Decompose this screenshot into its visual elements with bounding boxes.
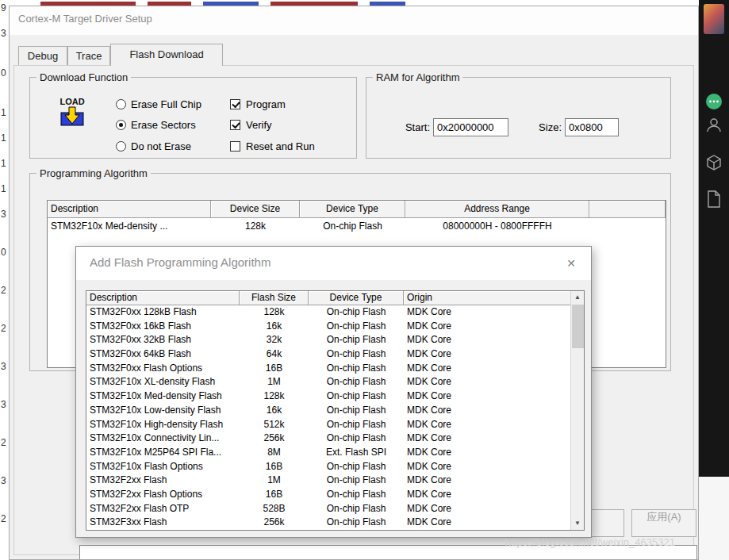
group-legend: Programming Algorithm (36, 167, 151, 179)
cell: On-chip Flash (309, 488, 404, 502)
column-header-device-type[interactable]: Device Type (309, 291, 404, 305)
cell: STM32F0xx 32kB Flash (86, 333, 240, 347)
cell: 16B (240, 460, 309, 474)
vertical-scrollbar[interactable]: ▲ ▼ (570, 291, 584, 530)
cell: On-chip Flash (309, 333, 404, 347)
radio-dot-icon (116, 120, 126, 130)
scrollbar-thumb[interactable] (572, 305, 584, 348)
csdn-side-toolbar (699, 0, 729, 477)
tab-debug[interactable]: Debug (18, 46, 67, 65)
column-header-description[interactable]: Description (48, 201, 211, 218)
cell: 128k (211, 218, 300, 234)
checkbox-icon (230, 99, 240, 109)
close-icon[interactable]: ✕ (562, 255, 580, 272)
tab-flash-download[interactable]: Flash Download (110, 44, 223, 66)
cell: MDK Core (404, 389, 571, 404)
cell: STM32F10x Med-density ... (48, 218, 211, 234)
modal-table-body: STM32F0xx 128kB Flash128kOn-chip FlashMD… (86, 305, 571, 530)
scroll-up-icon[interactable]: ▲ (571, 291, 584, 304)
table-row[interactable]: STM32F10x M25P64 SPI Fla...8MExt. Flash … (86, 446, 571, 460)
cell: STM32F3xx Flash (86, 516, 240, 530)
table-row[interactable]: STM32F10x Connectivity Lin...256kOn-chip… (86, 432, 571, 446)
cell: STM32F0xx Flash Options (86, 362, 240, 376)
modal-title: Add Flash Programming Algorithm (90, 255, 270, 269)
cell: STM32F2xx Flash Options (86, 488, 240, 502)
option-label: Do not Erase (131, 140, 191, 152)
tab-strip: DebugTraceFlash Download (10, 44, 698, 67)
column-header-blank[interactable] (589, 201, 666, 218)
cell: 16k (240, 404, 309, 418)
avatar[interactable] (704, 4, 724, 34)
scroll-down-icon[interactable]: ▼ (571, 517, 584, 530)
column-header-device-type[interactable]: Device Type (300, 201, 405, 218)
table-row[interactable]: STM32F10x Low-density Flash16kOn-chip Fl… (86, 404, 571, 418)
checkbox-reset-and-run[interactable]: Reset and Run (230, 139, 315, 153)
radio-erase-sectors[interactable]: Erase Sectors (116, 118, 196, 132)
checkbox-program[interactable]: Program (230, 97, 286, 111)
cell: MDK Core (404, 347, 571, 362)
cell: MDK Core (404, 418, 571, 432)
table-row[interactable]: STM32F10x XL-density Flash1MOn-chip Flas… (86, 375, 571, 389)
table-row[interactable]: STM32F3xx Flash256kOn-chip FlashMDK Core (86, 516, 571, 530)
box-icon[interactable] (705, 154, 723, 171)
table-row[interactable]: STM32F0xx 128kB Flash128kOn-chip FlashMD… (86, 305, 571, 320)
chat-icon[interactable] (705, 93, 723, 110)
checkbox-verify[interactable]: Verify (230, 118, 272, 132)
download-function-group: Download Function LOAD Erase Full ChipEr… (29, 77, 357, 159)
gutter-digit: 3 (1, 28, 6, 39)
radio-erase-full-chip[interactable]: Erase Full Chip (116, 97, 201, 111)
checkbox-icon (230, 141, 240, 152)
cell: MDK Core (404, 362, 571, 376)
cell: MDK Core (404, 404, 571, 418)
table-row[interactable]: STM32F10x Med-density Flash128kOn-chip F… (86, 389, 571, 404)
table-row[interactable]: STM32F2xx Flash1MOn-chip FlashMDK Core (86, 474, 571, 488)
svg-text:LOAD: LOAD (59, 97, 84, 106)
table-row[interactable]: STM32F0xx 32kB Flash32kOn-chip FlashMDK … (86, 333, 571, 347)
column-header-origin[interactable]: Origin (404, 291, 571, 305)
cell: MDK Core (404, 516, 571, 530)
column-header-flash-size[interactable]: Flash Size (240, 291, 309, 305)
table-row[interactable]: STM32F2xx Flash Options16BOn-chip FlashM… (86, 488, 571, 502)
radio-dot-icon (116, 99, 126, 109)
cell: On-chip Flash (309, 432, 404, 446)
radio-do-not-erase[interactable]: Do not Erase (116, 139, 191, 153)
person-icon[interactable] (705, 117, 723, 134)
cell: 256k (240, 432, 309, 446)
dialog-title: Cortex-M Target Driver Setup (18, 13, 152, 25)
erase-options: Erase Full ChipErase SectorsDo not Erase (116, 97, 235, 156)
cell: STM32F10x M25P64 SPI Fla... (86, 446, 240, 460)
cell: 512k (240, 418, 309, 432)
cell: On-chip Flash (309, 375, 404, 389)
cell: STM32F0xx 128kB Flash (86, 305, 240, 320)
cell: MDK Core (404, 432, 571, 446)
table-row[interactable]: STM32F2xx Flash OTP528BOn-chip FlashMDK … (86, 502, 571, 516)
cell: 08000000H - 0800FFFFH (405, 218, 589, 234)
tab-trace[interactable]: Trace (67, 46, 110, 65)
table-row[interactable]: STM32F10x Med-density ...128kOn-chip Fla… (48, 218, 666, 234)
table-row[interactable]: STM32F10x High-density Flash512kOn-chip … (86, 418, 571, 432)
cell: On-chip Flash (309, 362, 404, 376)
ram-start-input[interactable] (433, 118, 508, 136)
gutter-digit: 2 (1, 513, 6, 524)
table-row[interactable]: STM32F0xx 64kB Flash64kOn-chip FlashMDK … (86, 347, 571, 362)
table-row[interactable]: STM32F0xx Flash Options16BOn-chip FlashM… (86, 362, 571, 376)
cell: MDK Core (404, 474, 571, 488)
column-header-device-size[interactable]: Device Size (211, 201, 300, 218)
cell: On-chip Flash (309, 347, 404, 362)
gutter-digit: 3 (1, 361, 6, 372)
cell: 16B (240, 488, 309, 502)
cell: MDK Core (404, 488, 571, 502)
prog-table-head: DescriptionDevice SizeDevice TypeAddress… (48, 201, 666, 218)
file-icon[interactable] (705, 190, 723, 209)
column-header-address-range[interactable]: Address Range (405, 201, 589, 218)
table-row[interactable]: STM32F0xx 16kB Flash16kOn-chip FlashMDK … (86, 320, 571, 334)
clipped-page-header (9, 0, 699, 6)
apply-button[interactable]: 应用(A) (631, 509, 696, 537)
cell: 32k (240, 333, 309, 347)
cell: MDK Core (404, 333, 571, 347)
table-row[interactable]: STM32F10x Flash Options16BOn-chip FlashM… (86, 460, 571, 474)
gutter-digit: 9 (1, 2, 6, 13)
csdn-watermark: https://blog.csdn.net/weixin_4635321 (505, 536, 675, 548)
column-header-description[interactable]: Description (86, 291, 240, 305)
ram-size-input[interactable] (565, 118, 619, 136)
